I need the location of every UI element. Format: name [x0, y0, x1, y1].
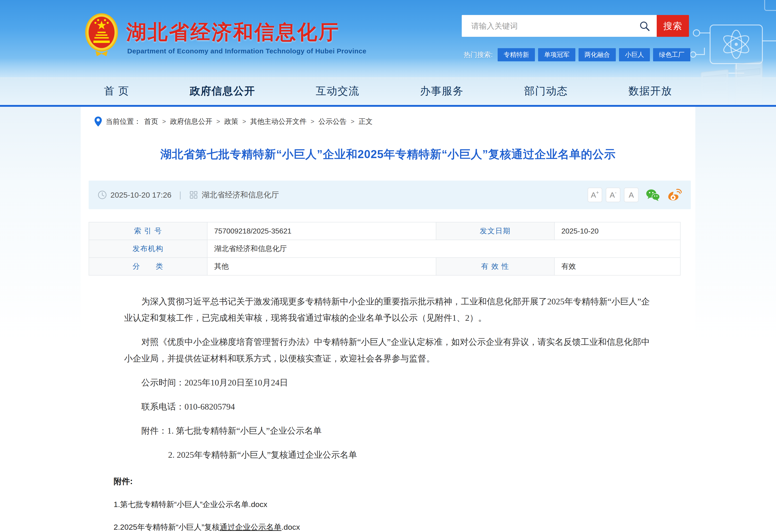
- breadcrumb-separator: >: [311, 118, 314, 125]
- nav-item-open-data[interactable]: 数据开放: [628, 84, 672, 98]
- breadcrumb-item-notices[interactable]: 公示公告: [318, 117, 347, 126]
- nav-item-dept-news[interactable]: 部门动态: [524, 84, 568, 98]
- source-icon: [189, 190, 198, 200]
- hot-search-tag-dxgj[interactable]: 单项冠军: [538, 48, 575, 61]
- breadcrumb-separator: >: [216, 118, 220, 125]
- breadcrumb: 当前位置： 首页 > 政府信息公开 > 政策 > 其他主动公开文件 > 公示公告…: [81, 107, 695, 127]
- meta-row: 索 引 号 757009218/2025-35621 发文日期 2025-10-…: [89, 222, 680, 240]
- font-increase-button[interactable]: A+: [588, 188, 602, 202]
- breadcrumb-item-home[interactable]: 首页: [144, 117, 158, 126]
- info-separator: |: [179, 190, 181, 200]
- hot-search-label: 热门搜索:: [463, 50, 493, 59]
- hot-search-tag-lhrh[interactable]: 两化融合: [579, 48, 616, 61]
- article-info-bar: 2025-10-20 17:26 | 湖北省经济和信息化厅 A+ A- A: [88, 181, 691, 209]
- main-nav: 首 页 政府信息公开 互动交流 办事服务 部门动态 数据开放: [0, 77, 776, 105]
- meta-label-index: 索 引 号: [89, 222, 207, 240]
- publish-date: 2025-10-20 17:26: [111, 191, 171, 200]
- search-input[interactable]: [462, 15, 657, 37]
- attachment-link-1[interactable]: 1.第七批专精特新“小巨人”企业公示名单.docx: [114, 499, 695, 510]
- meta-value-index: 757009218/2025-35621: [207, 222, 436, 240]
- font-reset-button[interactable]: A: [624, 188, 638, 202]
- weibo-share-icon[interactable]: [667, 189, 682, 201]
- breadcrumb-separator: >: [162, 118, 166, 125]
- hot-search-tag-zjtx[interactable]: 专精特新: [498, 48, 535, 61]
- search-icon[interactable]: [639, 20, 650, 32]
- corner-frame-decoration: [764, 0, 776, 11]
- content-card: 当前位置： 首页 > 政府信息公开 > 政策 > 其他主动公开文件 > 公示公告…: [81, 107, 695, 532]
- attachment-link-2[interactable]: 2.2025年专精特新“小巨人”复核通过企业公示名单.docx: [114, 522, 695, 532]
- meta-value-validity: 有效: [554, 258, 680, 275]
- meta-value-pubdate: 2025-10-20: [554, 222, 680, 240]
- clock-icon: [98, 190, 107, 200]
- location-pin-icon: [94, 116, 102, 127]
- breadcrumb-label: 当前位置：: [106, 117, 141, 126]
- meta-table: 索 引 号 757009218/2025-35621 发文日期 2025-10-…: [88, 222, 681, 276]
- hot-search-row: 热门搜索: 专精特新 单项冠军 两化融合 小巨人 绿色工厂: [463, 48, 694, 61]
- hot-search-tag-lsgc[interactable]: 绿色工厂: [653, 48, 690, 61]
- meta-label-agency: 发布机构: [89, 240, 207, 258]
- meta-value-agency: 湖北省经济和信息化厅: [207, 240, 680, 258]
- search-box: 搜索: [462, 15, 689, 37]
- attachments-section: 附件: 1.第七批专精特新“小巨人”企业公示名单.docx 2.2025年专精特…: [114, 476, 695, 532]
- breadcrumb-item-gov-info[interactable]: 政府信息公开: [170, 117, 212, 126]
- nav-item-home[interactable]: 首 页: [104, 84, 129, 98]
- national-emblem-logo: [84, 12, 119, 57]
- site-subtitle: Department of Economy and Information Te…: [127, 47, 367, 55]
- meta-row: 分 类 其他 有 效 性 有效: [89, 258, 680, 275]
- breadcrumb-separator: >: [351, 118, 354, 125]
- wechat-share-icon[interactable]: [645, 189, 660, 201]
- breadcrumb-item-current: 正文: [359, 117, 373, 126]
- paragraph: 联系电话：010-68205794: [124, 398, 658, 415]
- nav-item-services[interactable]: 办事服务: [420, 84, 463, 98]
- meta-label-validity: 有 效 性: [436, 258, 554, 275]
- meta-row: 发布机构 湖北省经济和信息化厅: [89, 240, 680, 258]
- breadcrumb-item-policy[interactable]: 政策: [224, 117, 238, 126]
- paragraph: 2. 2025年专精特新“小巨人”复核通过企业公示名单: [124, 447, 658, 463]
- meta-label-pubdate: 发文日期: [436, 222, 554, 240]
- site-title: 湖北省经济和信息化厅: [126, 19, 340, 46]
- meta-label-category: 分 类: [89, 258, 207, 275]
- article-body: 为深入贯彻习近平总书记关于激发涌现更多专精特新中小企业的重要指示批示精神，工业和…: [124, 293, 658, 463]
- atom-monitor-decoration-icon: [686, 20, 776, 77]
- nav-item-gov-info[interactable]: 政府信息公开: [190, 84, 255, 98]
- meta-value-category: 其他: [207, 258, 436, 275]
- nav-divider-rule: [0, 105, 776, 107]
- font-decrease-button[interactable]: A-: [606, 188, 620, 202]
- page-title: 湖北省第七批专精特新“小巨人”企业和2025年专精特新“小巨人”复核通过企业名单…: [81, 147, 695, 162]
- hot-search-tag-xjr[interactable]: 小巨人: [619, 48, 650, 61]
- article-source: 湖北省经济和信息化厅: [202, 190, 279, 200]
- search-button[interactable]: 搜索: [657, 15, 689, 37]
- paragraph: 为深入贯彻习近平总书记关于激发涌现更多专精特新中小企业的重要指示批示精神，工业和…: [124, 293, 658, 326]
- attachments-heading: 附件:: [114, 476, 695, 487]
- paragraph: 公示时间：2025年10月20日至10月24日: [124, 374, 658, 391]
- breadcrumb-item-other-docs[interactable]: 其他主动公开文件: [250, 117, 307, 126]
- nav-item-interaction[interactable]: 互动交流: [316, 84, 360, 98]
- breadcrumb-separator: >: [242, 118, 246, 125]
- site-header: 湖北省经济和信息化厅 Department of Economy and Inf…: [0, 0, 776, 107]
- paragraph: 对照《优质中小企业梯度培育管理暂行办法》中专精特新“小巨人”企业认定标准，如对公…: [124, 334, 658, 366]
- paragraph: 附件：1. 第七批专精特新“小巨人”企业公示名单: [124, 423, 658, 439]
